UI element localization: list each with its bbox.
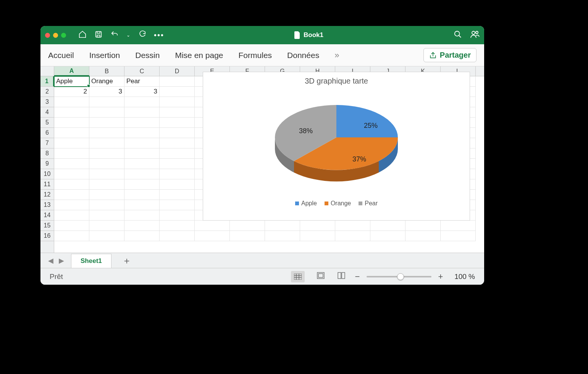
redo-icon[interactable] [138,30,146,40]
cell-D3[interactable] [160,97,195,107]
cell-B10[interactable] [89,169,124,179]
tab-insertion[interactable]: Insertion [89,51,120,60]
cell-I16[interactable] [335,231,370,241]
row-header-4[interactable]: 4 [40,107,54,118]
cell-B3[interactable] [89,97,124,107]
cell-A6[interactable] [54,128,89,138]
cell-C6[interactable] [124,128,160,138]
cell-G16[interactable] [265,231,300,241]
cell-G15[interactable] [265,221,300,231]
select-all-corner[interactable] [40,66,54,76]
col-header-C[interactable]: C [124,66,160,76]
sheet-tab-active[interactable]: Sheet1 [71,254,111,268]
row-header-3[interactable]: 3 [40,97,54,107]
cell-D11[interactable] [160,179,195,190]
row-header-5[interactable]: 5 [40,118,54,128]
row-header-2[interactable]: 2 [40,87,54,97]
cell-C10[interactable] [124,169,160,179]
cell-A13[interactable] [54,200,89,210]
cell-B1[interactable]: Orange [89,76,124,87]
cell-C15[interactable] [124,221,160,231]
view-page-layout-button[interactable] [316,271,325,280]
cell-F15[interactable] [230,221,265,231]
cell-A5[interactable] [54,118,89,128]
cell-A11[interactable] [54,179,89,190]
view-page-break-button[interactable] [337,271,346,280]
cell-D16[interactable] [160,231,195,241]
tab-donnees[interactable]: Données [287,51,319,60]
cell-D6[interactable] [160,128,195,138]
cell-C1[interactable]: Pear [124,76,160,87]
cell-C14[interactable] [124,210,160,221]
col-header-B[interactable]: B [89,66,124,76]
cell-A4[interactable] [54,107,89,118]
cell-D13[interactable] [160,200,195,210]
cell-B2[interactable]: 3 [89,87,124,97]
row-header-1[interactable]: 1 [40,76,54,87]
row-header-9[interactable]: 9 [40,159,54,169]
cell-B12[interactable] [89,190,124,200]
row-header-8[interactable]: 8 [40,148,54,159]
row-header-12[interactable]: 12 [40,190,54,200]
cell-B4[interactable] [89,107,124,118]
cell-C5[interactable] [124,118,160,128]
cell-C3[interactable] [124,97,160,107]
row-header-15[interactable]: 15 [40,221,54,231]
cell-B5[interactable] [89,118,124,128]
cell-L16[interactable] [441,231,476,241]
search-icon[interactable] [454,30,462,40]
undo-dropdown-icon[interactable]: ⌄ [126,32,130,38]
share-button[interactable]: Partager [423,48,477,62]
cell-A16[interactable] [54,231,89,241]
cell-I15[interactable] [335,221,370,231]
cell-E15[interactable] [195,221,230,231]
tab-dessin[interactable]: Dessin [135,51,160,60]
cell-D10[interactable] [160,169,195,179]
cell-B11[interactable] [89,179,124,190]
tab-formules[interactable]: Formules [239,51,272,60]
cell-J16[interactable] [370,231,405,241]
zoom-slider-thumb[interactable] [397,273,404,280]
save-icon[interactable] [94,30,103,40]
cell-C11[interactable] [124,179,160,190]
cell-A1[interactable]: Apple [54,76,89,87]
row-header-16[interactable]: 16 [40,231,54,241]
cell-A10[interactable] [54,169,89,179]
cell-C16[interactable] [124,231,160,241]
cell-F16[interactable] [230,231,265,241]
cell-D14[interactable] [160,210,195,221]
row-header-7[interactable]: 7 [40,138,54,148]
chart-object[interactable]: 3D graphique tarte 25% 37% 38% [203,72,470,221]
sheet-next-icon[interactable]: ▶ [59,256,64,265]
cell-H15[interactable] [300,221,335,231]
cell-A9[interactable] [54,159,89,169]
row-header-13[interactable]: 13 [40,200,54,210]
sheet-prev-icon[interactable]: ◀ [48,256,53,265]
cell-C8[interactable] [124,148,160,159]
tab-mise-en-page[interactable]: Mise en page [175,51,223,60]
minimize-button[interactable] [53,33,58,38]
zoom-slider[interactable] [367,276,431,277]
cell-D1[interactable] [160,76,195,87]
cell-D15[interactable] [160,221,195,231]
cell-A2[interactable]: 2 [54,87,89,97]
col-header-D[interactable]: D [160,66,195,76]
row-header-10[interactable]: 10 [40,169,54,179]
cell-A15[interactable] [54,221,89,231]
cell-D9[interactable] [160,159,195,169]
cell-K16[interactable] [405,231,441,241]
row-header-14[interactable]: 14 [40,210,54,221]
cell-A8[interactable] [54,148,89,159]
cell-J15[interactable] [370,221,405,231]
cell-D2[interactable] [160,87,195,97]
row-header-11[interactable]: 11 [40,179,54,190]
cell-E16[interactable] [195,231,230,241]
cell-C13[interactable] [124,200,160,210]
cell-C7[interactable] [124,138,160,148]
home-icon[interactable] [78,30,87,40]
cell-B9[interactable] [89,159,124,169]
cell-K15[interactable] [405,221,441,231]
row-header-6[interactable]: 6 [40,128,54,138]
collab-icon[interactable] [470,30,480,40]
cell-B8[interactable] [89,148,124,159]
